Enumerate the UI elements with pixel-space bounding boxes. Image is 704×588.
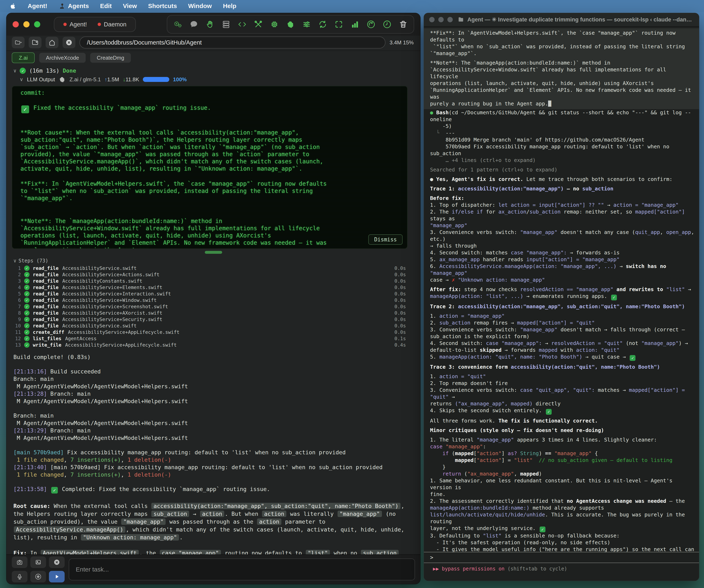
terminal-line: 1. action = "manage_app" bbox=[424, 313, 699, 319]
permissions-status[interactable]: ▶▶ bypass permissions on (shift+tab to c… bbox=[424, 563, 699, 572]
tab-agent[interactable]: Agent! bbox=[63, 21, 87, 28]
run-button[interactable] bbox=[49, 571, 65, 582]
step-row[interactable]: 10✓read_fileAccessibilityService.swift0.… bbox=[6, 322, 420, 329]
claude-terminal[interactable]: **Fix**: In `AgentViewModel+Helpers.swif… bbox=[424, 26, 699, 552]
hand-icon[interactable] bbox=[206, 20, 214, 29]
minimize-button[interactable] bbox=[23, 21, 30, 27]
gallery-icon[interactable] bbox=[31, 557, 46, 568]
sync-icon[interactable] bbox=[318, 20, 327, 29]
brain-icon[interactable] bbox=[286, 20, 295, 29]
sliders-icon[interactable] bbox=[302, 20, 311, 29]
step-row[interactable]: 6✓read_fileAccessibilityService+Window.s… bbox=[6, 297, 420, 303]
terminal-line: **Note**: The `manageApp(action:bundleId… bbox=[424, 59, 699, 66]
terminal-line bbox=[424, 415, 699, 417]
dismiss-button[interactable]: Dismiss bbox=[368, 235, 403, 245]
step-row[interactable]: 8✓read_fileAccessibilityService+AXorcist… bbox=[6, 310, 420, 316]
menu-item-shortcuts[interactable]: Shortcuts bbox=[148, 2, 177, 9]
record-dot-icon bbox=[98, 23, 101, 26]
chat-bubble-icon[interactable] bbox=[189, 20, 198, 29]
run-status-row[interactable]: ∨ ✓ (16m 13s) Done bbox=[6, 65, 420, 74]
folder-icon bbox=[458, 16, 464, 23]
tab-zai[interactable]: Z.ai bbox=[12, 52, 35, 63]
llm-output-label: LLM Output bbox=[27, 76, 55, 83]
terminal-line bbox=[13, 405, 406, 412]
progress-bar bbox=[143, 77, 169, 82]
menu-item-agents[interactable]: Agents bbox=[58, 2, 89, 9]
history-icon[interactable] bbox=[383, 20, 392, 29]
apple-icon[interactable] bbox=[9, 2, 16, 10]
step-row[interactable]: 3✓read_fileAccessibilityConstants.swift0… bbox=[6, 278, 420, 284]
undo-icon[interactable] bbox=[367, 20, 375, 29]
home-button[interactable] bbox=[46, 37, 58, 48]
terminal-line bbox=[20, 172, 399, 180]
menu-app-name[interactable]: Agent! bbox=[28, 2, 47, 9]
tab-daemon[interactable]: Daemon bbox=[98, 21, 127, 28]
code-icon[interactable] bbox=[238, 20, 246, 29]
zoom-button[interactable] bbox=[34, 21, 40, 27]
step-check-icon: ✓ bbox=[24, 298, 30, 303]
trash-icon[interactable] bbox=[399, 20, 408, 29]
step-check-icon: ✓ bbox=[24, 329, 30, 335]
close-button[interactable] bbox=[429, 17, 434, 22]
step-check-icon: ✓ bbox=[24, 291, 30, 297]
step-row[interactable]: 7✓read_fileAccessibilityService+Screensh… bbox=[6, 303, 420, 310]
menu-item-view[interactable]: View bbox=[123, 2, 137, 9]
terminal-line: 2. The if/else if for ax_action/sub_acti… bbox=[424, 208, 699, 222]
llm-output-row[interactable]: ∨ LLM Output Z.ai / glm-5.1 ↑1.5M ↓11.8K… bbox=[6, 74, 420, 84]
minimize-button[interactable] bbox=[438, 17, 444, 22]
terminal-line bbox=[13, 442, 406, 449]
gears-icon[interactable] bbox=[173, 20, 182, 29]
terminal-line: 1. Same behavior, one less redundant con… bbox=[424, 477, 699, 491]
step-row[interactable]: 11✓create_diffAccessibilityService+AppLi… bbox=[6, 329, 420, 335]
close-button[interactable] bbox=[13, 21, 19, 27]
usage-badge: 3.4M 15% bbox=[390, 40, 415, 46]
step-row[interactable]: 13✓write_fileAccessibilityService+AppLif… bbox=[6, 342, 420, 348]
path-input[interactable]: /Users/toddbruss/Documents/GitHub/Agent bbox=[79, 37, 386, 49]
terminal-line: case "manage_app": bbox=[424, 443, 699, 450]
terminal-line bbox=[424, 424, 699, 427]
scrollbar-handle[interactable] bbox=[205, 251, 222, 254]
terminal-line: Branch: main bbox=[13, 412, 406, 419]
voice-icon[interactable] bbox=[31, 571, 46, 582]
menu-item-help[interactable]: Help bbox=[223, 2, 236, 9]
stop-icon[interactable] bbox=[49, 557, 65, 568]
terminal-line bbox=[424, 183, 699, 185]
terminal-line: Trace 1: accessibility(action:"manage_ap… bbox=[424, 185, 699, 192]
step-row[interactable]: 2✓read_fileAccessibilityService+Actions.… bbox=[6, 271, 420, 278]
frame-icon[interactable] bbox=[335, 20, 343, 29]
terminal-prompt[interactable]: > bbox=[424, 552, 699, 563]
terminal-line: 2. Top remap doesn't fire bbox=[424, 380, 699, 387]
step-row[interactable]: 1✓read_fileAccessibilityService.swift0.0… bbox=[6, 265, 420, 271]
server-icon[interactable] bbox=[222, 20, 230, 29]
camera-icon[interactable] bbox=[12, 557, 27, 568]
input-buttons bbox=[12, 557, 65, 582]
microphone-icon[interactable] bbox=[12, 571, 27, 582]
menu-item-edit[interactable]: Edit bbox=[100, 2, 112, 9]
menu-item-window[interactable]: Window bbox=[188, 2, 212, 9]
tools-icon[interactable] bbox=[254, 20, 262, 29]
tab-archivexcode[interactable]: ArchiveXcode bbox=[39, 53, 85, 63]
terminal-line: manageApp(action:bundleId:name:) method … bbox=[424, 505, 699, 511]
terminal-line bbox=[20, 121, 399, 129]
terminal-line: `"manage_app"`. bbox=[20, 195, 399, 202]
llm-output-terminal[interactable]: commit:✓ Fixed the accessibility `manage… bbox=[12, 86, 408, 249]
steps-header[interactable]: ∨ Steps (73) bbox=[6, 254, 420, 265]
terminal-line: case → ✗ "Unknown action: manage_app" bbox=[424, 276, 699, 283]
terminal-line: 1. Top of dispatcher: let action = input… bbox=[424, 202, 699, 208]
task-input[interactable] bbox=[69, 559, 415, 580]
step-row[interactable]: 4✓read_fileAccessibilityService+Elements… bbox=[6, 284, 420, 290]
step-row[interactable]: 12✓list_filesAgentAccess0.1s bbox=[6, 335, 420, 342]
terminal-line bbox=[20, 113, 399, 121]
clear-path-button[interactable] bbox=[63, 37, 75, 48]
zoom-button[interactable] bbox=[448, 17, 453, 22]
bar-chart-icon[interactable] bbox=[351, 20, 359, 29]
folder-menu-button[interactable] bbox=[12, 37, 24, 48]
terminal-window: Agent — ✳ Investigate duplicate trimming… bbox=[424, 13, 699, 581]
chip-icon[interactable] bbox=[270, 20, 279, 29]
tab-createdmg[interactable]: CreateDmg bbox=[90, 53, 131, 63]
new-folder-button[interactable] bbox=[29, 37, 42, 48]
step-row[interactable]: 5✓read_fileAccessibilityService+Interact… bbox=[6, 290, 420, 297]
step-row[interactable]: 9✓read_fileAccessibilityService+Security… bbox=[6, 316, 420, 322]
path-row: /Users/toddbruss/Documents/GitHub/Agent … bbox=[6, 36, 420, 49]
tokens-up: 1.5M bbox=[107, 76, 119, 82]
